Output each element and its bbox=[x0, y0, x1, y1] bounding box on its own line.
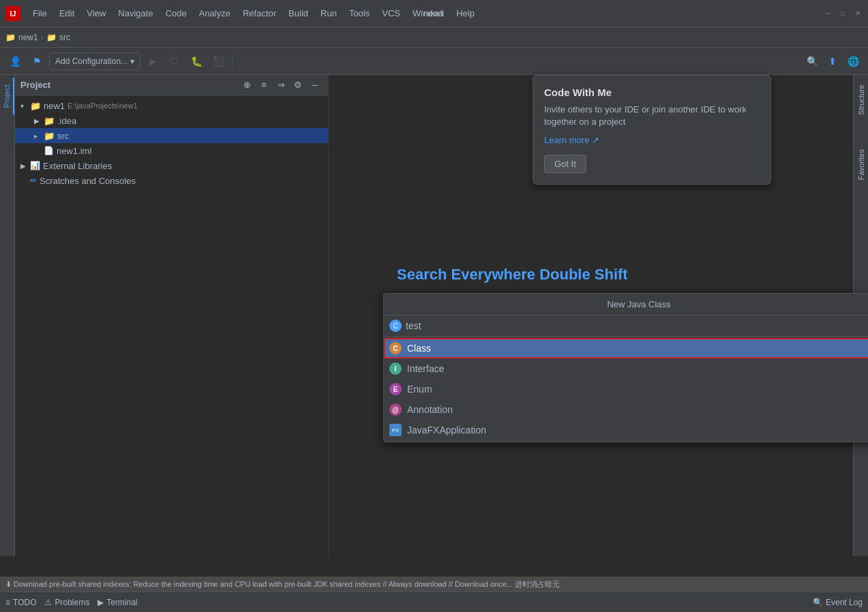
breadcrumb-src[interactable]: src bbox=[59, 33, 70, 42]
interface-icon: I bbox=[389, 363, 402, 375]
dialog-item-javafx[interactable]: FX JavaFXApplication bbox=[384, 420, 868, 440]
dialog-item-class[interactable]: C Class bbox=[384, 338, 868, 358]
scroll-from-source-button[interactable]: ⇒ bbox=[273, 78, 288, 93]
update-button[interactable]: ⬆ bbox=[823, 52, 842, 71]
class-label: Class bbox=[407, 343, 431, 354]
learn-more-arrow: ↗ bbox=[592, 135, 599, 145]
project-panel-header: Project ⊕ ≡ ⇒ ⚙ ─ bbox=[15, 75, 328, 95]
toolbar-separator bbox=[232, 55, 233, 68]
menu-item-view[interactable]: View bbox=[81, 5, 111, 21]
scratches-label: Scratches and Consoles bbox=[40, 176, 136, 186]
dialog-item-enum[interactable]: E Enum bbox=[384, 379, 868, 399]
class-icon: C bbox=[389, 342, 402, 354]
dialog-header: New Java Class bbox=[384, 294, 868, 316]
problems-label: Problems bbox=[55, 598, 89, 607]
coverage-button[interactable]: 🛡 bbox=[165, 52, 184, 71]
menu-item-build[interactable]: Build bbox=[283, 5, 314, 21]
bottom-right: 🔍 Event Log bbox=[813, 598, 863, 607]
todo-label: TODO bbox=[13, 598, 36, 607]
terminal-label: Terminal bbox=[106, 598, 137, 607]
menu-item-file[interactable]: File bbox=[27, 5, 53, 21]
breadcrumb: 📁 new1 › 📁 src bbox=[0, 27, 868, 48]
javafx-label: JavaFXApplication bbox=[407, 425, 486, 435]
breadcrumb-new1[interactable]: new1 bbox=[18, 33, 38, 42]
event-log-button[interactable]: 🔍 Event Log bbox=[813, 598, 863, 607]
project-panel-title: Project bbox=[20, 80, 50, 90]
vcs-button[interactable]: ⚑ bbox=[27, 52, 46, 71]
favorites-tab[interactable]: Favorites bbox=[855, 142, 867, 187]
status-bar: ⬇ Download pre-built shared indexes: Red… bbox=[0, 577, 868, 592]
search-circle-icon: C bbox=[389, 320, 402, 332]
panel-header-actions: ⊕ ≡ ⇒ ⚙ ─ bbox=[239, 78, 323, 93]
hide-panel-button[interactable]: ─ bbox=[308, 78, 323, 93]
profile-button[interactable]: 👤 bbox=[5, 52, 25, 71]
event-log-label: Event Log bbox=[826, 598, 863, 607]
popup-title: Code With Me bbox=[544, 87, 760, 98]
todo-button[interactable]: ≡ TODO bbox=[5, 598, 36, 607]
dialog-item-interface[interactable]: I Interface bbox=[384, 358, 868, 379]
maximize-button[interactable]: □ bbox=[838, 9, 848, 18]
problems-button[interactable]: ⚠ Problems bbox=[44, 598, 89, 607]
status-text: ⬇ Download pre-built shared indexes: Red… bbox=[5, 579, 863, 590]
menu-item-edit[interactable]: Edit bbox=[54, 5, 80, 21]
enum-icon: E bbox=[389, 383, 402, 395]
interface-label: Interface bbox=[407, 363, 444, 374]
search-everywhere-text: Search Everywhere bbox=[397, 266, 535, 283]
tree-item-new1-iml[interactable]: 📄 new1.iml bbox=[15, 143, 328, 158]
new-file-button[interactable]: ⊕ bbox=[239, 78, 254, 93]
search-everywhere-button[interactable]: 🔍 bbox=[803, 52, 822, 71]
search-everywhere-shortcut: Double Shift bbox=[539, 266, 628, 283]
terminal-button[interactable]: ▶ Terminal bbox=[98, 598, 137, 607]
main-toolbar: 👤 ⚑ Add Configuration... ▾ ▶ 🛡 🐛 ⬛ 🔍 ⬆ 🌐 bbox=[0, 48, 868, 75]
new-java-class-dialog: New Java Class C C Class I Interface E bbox=[383, 293, 868, 442]
tree-item-external-libraries[interactable]: ▶ 📊 External Libraries bbox=[15, 158, 328, 173]
tree-item-idea[interactable]: ▶ 📁 .idea bbox=[15, 113, 328, 128]
menu-item-navigate[interactable]: Navigate bbox=[113, 5, 158, 21]
menu-item-refactor[interactable]: Refactor bbox=[237, 5, 282, 21]
annotation-icon: @ bbox=[389, 403, 402, 416]
menu-item-help[interactable]: Help bbox=[451, 5, 480, 21]
chevron-down-icon: ▾ bbox=[130, 57, 134, 66]
main-content: Code With Me Invite others to your IDE o… bbox=[329, 75, 853, 556]
settings-button[interactable]: ⚙ bbox=[290, 78, 305, 93]
add-configuration-button[interactable]: Add Configuration... ▾ bbox=[49, 52, 140, 70]
structure-tab[interactable]: Structure bbox=[855, 78, 867, 122]
title-bar: IJ FileEditViewNavigateCodeAnalyzeRefact… bbox=[0, 0, 868, 27]
javafx-icon: FX bbox=[389, 424, 402, 436]
problems-icon: ⚠ bbox=[44, 598, 52, 607]
code-with-me-popup: Code With Me Invite others to your IDE o… bbox=[533, 75, 771, 185]
learn-more-link[interactable]: Learn more bbox=[544, 135, 589, 145]
got-it-button[interactable]: Got It bbox=[544, 155, 586, 173]
dialog-search-row: C bbox=[384, 316, 868, 337]
todo-icon: ≡ bbox=[5, 598, 10, 607]
left-sidebar-tabs: Project bbox=[0, 75, 15, 556]
menu-item-code[interactable]: Code bbox=[160, 5, 192, 21]
event-log-icon: 🔍 bbox=[813, 598, 823, 607]
run-button[interactable]: ▶ bbox=[143, 52, 162, 71]
tree-item-src[interactable]: ▸ 📁 src bbox=[15, 128, 328, 143]
dialog-item-annotation[interactable]: @ Annotation bbox=[384, 399, 868, 420]
window-controls: ─ □ ✕ bbox=[823, 9, 863, 18]
bottom-bar: ≡ TODO ⚠ Problems ▶ Terminal 🔍 Event Log bbox=[0, 592, 868, 612]
toolbar-right-actions: 🔍 ⬆ 🌐 bbox=[803, 52, 863, 71]
app-logo: IJ bbox=[5, 6, 20, 21]
project-tree: ▾ 📁 new1 E:\javaProjects\new1 ▶ 📁 .idea … bbox=[15, 95, 328, 556]
dialog-list: C Class I Interface E Enum @ Annotation bbox=[384, 337, 868, 442]
stop-button[interactable]: ⬛ bbox=[209, 52, 228, 71]
close-button[interactable]: ✕ bbox=[853, 9, 863, 18]
popup-text: Invite others to your IDE or join anothe… bbox=[544, 104, 760, 128]
debug-button[interactable]: 🐛 bbox=[187, 52, 206, 71]
menu-item-analyze[interactable]: Analyze bbox=[194, 5, 236, 21]
tree-item-scratches[interactable]: ✏ Scratches and Consoles bbox=[15, 173, 328, 188]
tree-item-new1[interactable]: ▾ 📁 new1 E:\javaProjects\new1 bbox=[15, 98, 328, 113]
enum-label: Enum bbox=[407, 384, 432, 395]
class-name-input[interactable] bbox=[406, 320, 868, 331]
project-tab[interactable]: Project bbox=[1, 78, 14, 114]
menu-item-vcs[interactable]: VCS bbox=[376, 5, 406, 21]
collapse-all-button[interactable]: ≡ bbox=[256, 78, 271, 93]
menu-item-run[interactable]: Run bbox=[315, 5, 342, 21]
minimize-button[interactable]: ─ bbox=[823, 9, 833, 18]
menu-item-tools[interactable]: Tools bbox=[344, 5, 375, 21]
theme-button[interactable]: 🌐 bbox=[843, 52, 863, 71]
project-panel: Project ⊕ ≡ ⇒ ⚙ ─ ▾ 📁 new1 E:\javaProjec… bbox=[15, 75, 329, 556]
